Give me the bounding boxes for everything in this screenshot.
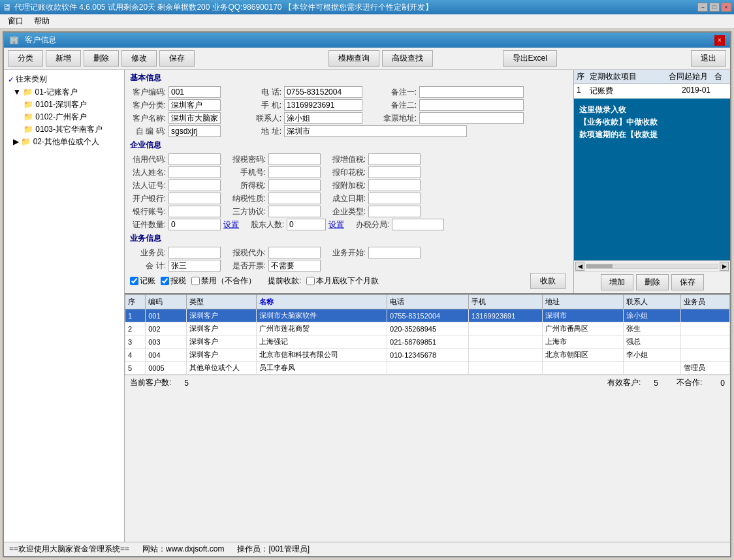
table-row[interactable]: 3 003 深圳客户 上海强记 021-58769851 上海市 强总 (125, 335, 730, 349)
classify-button[interactable]: 分类 (8, 50, 43, 67)
month-end-checkbox[interactable] (306, 277, 315, 285)
customer-name-input[interactable] (168, 112, 221, 124)
cert-set-button[interactable]: 设置 (223, 219, 239, 230)
right-table-row: 1 记账费 2019-01 (574, 84, 730, 99)
bank-account-input[interactable] (168, 206, 221, 217)
shareholders-label: 股东人数: (248, 219, 284, 230)
mobile-input[interactable] (284, 99, 362, 111)
legal-id-input[interactable] (168, 179, 221, 191)
tax-rep-input[interactable] (268, 247, 321, 258)
bookkeeping-checkbox[interactable] (130, 277, 138, 285)
note2-input[interactable] (419, 99, 524, 111)
scroll-track[interactable] (586, 264, 718, 269)
legal-name-input[interactable] (168, 166, 221, 178)
tree-root[interactable]: ✓ 往来类别 (7, 72, 121, 86)
tax-nature-label: 纳税性质: (230, 193, 266, 204)
cell-salesperson (680, 309, 729, 322)
tax-nature-input[interactable] (268, 193, 321, 204)
credit-code-input[interactable] (168, 153, 221, 165)
close-button[interactable]: × (721, 3, 731, 12)
advanced-search-button[interactable]: 高级查找 (382, 50, 433, 67)
add-button[interactable]: 新增 (46, 50, 81, 67)
accountant-input[interactable] (168, 260, 221, 272)
scroll-left-button[interactable]: ◀ (575, 262, 584, 271)
cert-count-input[interactable] (168, 219, 221, 230)
table-row[interactable]: 2 002 深圳客户 广州市莲花商贸 020-35268945 广州市番禺区 张… (125, 322, 730, 335)
save-button[interactable]: 保存 (159, 50, 195, 67)
table-row[interactable]: 1 001 深圳客户 深圳市大脑家软件 0755-83152004 131699… (125, 309, 730, 322)
scroll-right-button[interactable]: ▶ (720, 262, 729, 271)
print-tax-input[interactable] (368, 166, 421, 178)
tax-office-input[interactable] (392, 219, 444, 230)
disabled-checkbox[interactable] (191, 277, 200, 285)
tax-checkbox-label[interactable]: 报税 (161, 275, 186, 287)
vat-input[interactable] (368, 153, 421, 165)
month-end-checkbox-label[interactable]: 本月底收下个月款 (306, 275, 379, 287)
mobile2-input[interactable] (268, 166, 321, 178)
cell-phone: 010-12345678 (387, 349, 469, 362)
modify-button[interactable]: 修改 (121, 50, 157, 67)
fuzzy-search-button[interactable]: 模糊查询 (328, 50, 379, 67)
cell-type: 深圳客户 (186, 309, 256, 322)
bank-input[interactable] (168, 193, 221, 204)
dialog-close-button[interactable]: × (714, 35, 725, 46)
disabled-checkbox-label[interactable]: 禁用（不合作） (191, 275, 256, 287)
business-start-input[interactable] (368, 247, 421, 258)
valid-count-value: 5 (654, 379, 658, 388)
table-row[interactable]: 5 0005 其他单位或个人 员工李春风 管理员 (125, 362, 730, 375)
save-right-button[interactable]: 保存 (671, 274, 704, 290)
maximize-button[interactable]: □ (709, 3, 720, 12)
export-excel-button[interactable]: 导出Excel (503, 50, 557, 67)
phone-input[interactable] (284, 86, 362, 98)
self-code-input[interactable] (168, 125, 221, 137)
menu-window[interactable]: 窗口 (3, 14, 29, 28)
cell-phone: 0755-83152004 (387, 309, 469, 322)
cell-seq: 5 (125, 362, 146, 375)
cell-salesperson (680, 349, 729, 362)
cell-name: 上海强记 (257, 335, 387, 349)
credit-code-label: 信用代码: (130, 154, 166, 165)
tax-checkbox[interactable] (161, 277, 169, 285)
tree-item-01[interactable]: ▼ 📁 01-记账客户 (12, 86, 121, 99)
shareholders-input[interactable] (287, 219, 326, 230)
invoice-input[interactable] (268, 260, 321, 272)
delete-right-button[interactable]: 删除 (636, 274, 669, 290)
collect-button[interactable]: 收款 (530, 273, 566, 289)
cell-salesperson (680, 335, 729, 349)
delete-button[interactable]: 删除 (84, 50, 119, 67)
tree-item-0103[interactable]: 📁 0103-其它华南客户 (22, 123, 121, 136)
address-input[interactable] (284, 125, 467, 137)
bookkeeping-checkbox-label[interactable]: 记账 (130, 275, 155, 287)
rtr-item: 记账费 (590, 86, 682, 97)
month-end-label: 本月底收下个月款 (316, 275, 379, 287)
basic-info-title: 基本信息 (130, 72, 568, 84)
tax-pwd-input[interactable] (268, 153, 321, 165)
website-text: 网站：www.dxjsoft.com (142, 544, 224, 555)
invoice-addr-input[interactable] (419, 112, 524, 124)
tree-item-0102[interactable]: 📁 0102-广州客户 (22, 111, 121, 123)
table-row[interactable]: 4 004 深圳客户 北京市信和科技有限公司 010-12345678 北京市朝… (125, 349, 730, 362)
menu-help[interactable]: 帮助 (29, 14, 55, 28)
rth-item: 定期收款项目 (590, 71, 669, 82)
minimize-button[interactable]: － (697, 3, 708, 12)
surcharge-input[interactable] (368, 179, 421, 191)
tree-item-02[interactable]: ▶ 📁 02-其他单位或个人 (12, 136, 121, 148)
shareholders-set-button[interactable]: 设置 (328, 219, 344, 230)
company-type-input[interactable] (368, 206, 421, 217)
note1-input[interactable] (419, 86, 524, 98)
add-right-button[interactable]: 增加 (601, 274, 633, 290)
contact-input[interactable] (284, 112, 362, 124)
horizontal-scrollbar[interactable]: ◀ ▶ (574, 260, 730, 271)
customer-code-input[interactable] (168, 86, 221, 98)
income-tax-input[interactable] (268, 179, 321, 191)
data-table-area: 序 编码 类型 名称 电话 手机 地址 联系人 业务员 (125, 293, 730, 375)
customer-type-input[interactable] (168, 99, 221, 111)
exit-button[interactable]: 退出 (691, 50, 726, 67)
triparty-input[interactable] (268, 206, 321, 217)
found-date-input[interactable] (368, 193, 421, 204)
salesperson-input[interactable] (168, 247, 221, 258)
cell-name: 深圳市大脑家软件 (257, 309, 387, 322)
tree-item-0101[interactable]: 📁 0101-深圳客户 (22, 99, 121, 111)
cell-code: 001 (146, 309, 186, 322)
th-contact: 联系人 (624, 295, 680, 309)
